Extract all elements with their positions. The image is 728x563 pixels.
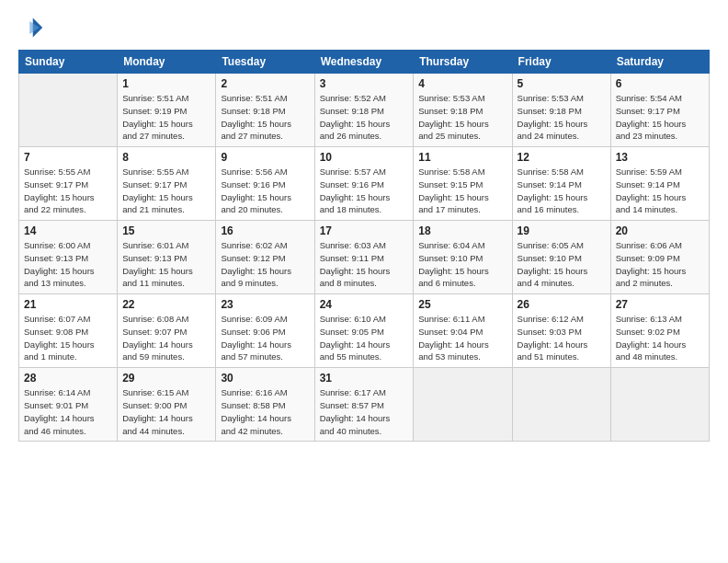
- day-number: 13: [616, 151, 704, 164]
- day-number: 7: [24, 151, 112, 164]
- day-info: Sunrise: 6:16 AM Sunset: 8:58 PM Dayligh…: [221, 386, 309, 437]
- day-info: Sunrise: 6:04 AM Sunset: 9:10 PM Dayligh…: [418, 239, 506, 290]
- calendar-cell: 25Sunrise: 6:11 AM Sunset: 9:04 PM Dayli…: [414, 294, 512, 368]
- calendar-cell: 24Sunrise: 6:10 AM Sunset: 9:05 PM Dayli…: [314, 294, 414, 368]
- calendar-cell: 20Sunrise: 6:06 AM Sunset: 9:09 PM Dayli…: [610, 221, 709, 294]
- day-info: Sunrise: 5:55 AM Sunset: 9:17 PM Dayligh…: [24, 166, 112, 216]
- day-number: 19: [518, 224, 606, 237]
- day-number: 1: [122, 77, 210, 90]
- calendar-cell: 21Sunrise: 6:07 AM Sunset: 9:08 PM Dayli…: [19, 294, 118, 368]
- calendar-cell: 28Sunrise: 6:14 AM Sunset: 9:01 PM Dayli…: [19, 368, 118, 442]
- calendar-cell: 15Sunrise: 6:01 AM Sunset: 9:13 PM Dayli…: [118, 221, 216, 294]
- day-number: 22: [122, 298, 210, 311]
- calendar-cell: 12Sunrise: 5:58 AM Sunset: 9:14 PM Dayli…: [512, 147, 610, 221]
- calendar-cell: 18Sunrise: 6:04 AM Sunset: 9:10 PM Dayli…: [414, 221, 512, 294]
- calendar-body: 1Sunrise: 5:51 AM Sunset: 9:19 PM Daylig…: [19, 74, 710, 442]
- day-number: 15: [122, 224, 210, 237]
- calendar-cell: 29Sunrise: 6:15 AM Sunset: 9:00 PM Dayli…: [118, 368, 216, 442]
- day-info: Sunrise: 5:59 AM Sunset: 9:14 PM Dayligh…: [616, 166, 704, 216]
- calendar-cell: 16Sunrise: 6:02 AM Sunset: 9:12 PM Dayli…: [216, 221, 314, 294]
- day-info: Sunrise: 6:14 AM Sunset: 9:01 PM Dayligh…: [24, 386, 112, 437]
- day-number: 11: [418, 151, 506, 164]
- calendar-cell: [19, 74, 118, 147]
- calendar-week-row: 28Sunrise: 6:14 AM Sunset: 9:01 PM Dayli…: [19, 368, 710, 442]
- day-number: 30: [221, 372, 309, 385]
- calendar-cell: [414, 368, 512, 442]
- calendar-cell: 9Sunrise: 5:56 AM Sunset: 9:16 PM Daylig…: [216, 147, 314, 221]
- day-number: 31: [320, 372, 409, 385]
- calendar-cell: 14Sunrise: 6:00 AM Sunset: 9:13 PM Dayli…: [19, 221, 118, 294]
- day-info: Sunrise: 6:01 AM Sunset: 9:13 PM Dayligh…: [122, 239, 210, 290]
- day-info: Sunrise: 5:58 AM Sunset: 9:14 PM Dayligh…: [518, 166, 606, 216]
- day-info: Sunrise: 5:56 AM Sunset: 9:16 PM Dayligh…: [221, 166, 309, 216]
- day-number: 14: [24, 224, 112, 237]
- day-info: Sunrise: 6:17 AM Sunset: 8:57 PM Dayligh…: [320, 386, 409, 437]
- day-info: Sunrise: 5:53 AM Sunset: 9:18 PM Dayligh…: [518, 92, 606, 143]
- day-info: Sunrise: 5:58 AM Sunset: 9:15 PM Dayligh…: [418, 166, 506, 216]
- day-number: 18: [418, 224, 506, 237]
- header-row: SundayMondayTuesdayWednesdayThursdayFrid…: [19, 51, 710, 74]
- logo: [18, 15, 48, 40]
- calendar-cell: [610, 368, 709, 442]
- day-info: Sunrise: 6:13 AM Sunset: 9:02 PM Dayligh…: [616, 313, 704, 363]
- day-info: Sunrise: 6:10 AM Sunset: 9:05 PM Dayligh…: [320, 313, 409, 363]
- day-number: 2: [221, 77, 309, 90]
- calendar-week-row: 14Sunrise: 6:00 AM Sunset: 9:13 PM Dayli…: [19, 221, 710, 294]
- calendar-week-row: 7Sunrise: 5:55 AM Sunset: 9:17 PM Daylig…: [19, 147, 710, 221]
- day-info: Sunrise: 5:51 AM Sunset: 9:18 PM Dayligh…: [221, 92, 309, 143]
- day-number: 16: [221, 224, 309, 237]
- weekday-header: Tuesday: [216, 51, 314, 74]
- weekday-header: Wednesday: [314, 51, 414, 74]
- day-number: 4: [418, 77, 506, 90]
- calendar-cell: 31Sunrise: 6:17 AM Sunset: 8:57 PM Dayli…: [314, 368, 414, 442]
- weekday-header: Saturday: [610, 51, 709, 74]
- day-number: 29: [122, 372, 210, 385]
- calendar-week-row: 1Sunrise: 5:51 AM Sunset: 9:19 PM Daylig…: [19, 74, 710, 147]
- calendar-cell: 7Sunrise: 5:55 AM Sunset: 9:17 PM Daylig…: [19, 147, 118, 221]
- day-info: Sunrise: 6:07 AM Sunset: 9:08 PM Dayligh…: [24, 313, 112, 363]
- day-number: 23: [221, 298, 309, 311]
- weekday-header: Sunday: [19, 51, 118, 74]
- day-info: Sunrise: 5:53 AM Sunset: 9:18 PM Dayligh…: [418, 92, 506, 143]
- day-number: 17: [320, 224, 409, 237]
- calendar-cell: 8Sunrise: 5:55 AM Sunset: 9:17 PM Daylig…: [118, 147, 216, 221]
- day-info: Sunrise: 6:12 AM Sunset: 9:03 PM Dayligh…: [518, 313, 606, 363]
- calendar-cell: 27Sunrise: 6:13 AM Sunset: 9:02 PM Dayli…: [610, 294, 709, 368]
- calendar-cell: 3Sunrise: 5:52 AM Sunset: 9:18 PM Daylig…: [314, 74, 414, 147]
- day-info: Sunrise: 6:09 AM Sunset: 9:06 PM Dayligh…: [221, 313, 309, 363]
- day-number: 25: [418, 298, 506, 311]
- day-number: 21: [24, 298, 112, 311]
- day-number: 28: [24, 372, 112, 385]
- day-info: Sunrise: 6:00 AM Sunset: 9:13 PM Dayligh…: [24, 239, 112, 290]
- weekday-header: Friday: [512, 51, 610, 74]
- calendar-cell: 1Sunrise: 5:51 AM Sunset: 9:19 PM Daylig…: [118, 74, 216, 147]
- logo-icon: [18, 15, 44, 40]
- day-info: Sunrise: 5:55 AM Sunset: 9:17 PM Dayligh…: [122, 166, 210, 216]
- calendar-cell: 11Sunrise: 5:58 AM Sunset: 9:15 PM Dayli…: [414, 147, 512, 221]
- calendar-cell: 26Sunrise: 6:12 AM Sunset: 9:03 PM Dayli…: [512, 294, 610, 368]
- day-info: Sunrise: 5:57 AM Sunset: 9:16 PM Dayligh…: [320, 166, 409, 216]
- calendar-header: SundayMondayTuesdayWednesdayThursdayFrid…: [19, 51, 710, 74]
- calendar-cell: 6Sunrise: 5:54 AM Sunset: 9:17 PM Daylig…: [610, 74, 709, 147]
- calendar-cell: 19Sunrise: 6:05 AM Sunset: 9:10 PM Dayli…: [512, 221, 610, 294]
- day-info: Sunrise: 6:05 AM Sunset: 9:10 PM Dayligh…: [518, 239, 606, 290]
- calendar-cell: 4Sunrise: 5:53 AM Sunset: 9:18 PM Daylig…: [414, 74, 512, 147]
- calendar-cell: 23Sunrise: 6:09 AM Sunset: 9:06 PM Dayli…: [216, 294, 314, 368]
- calendar-cell: 2Sunrise: 5:51 AM Sunset: 9:18 PM Daylig…: [216, 74, 314, 147]
- day-number: 3: [320, 77, 409, 90]
- day-info: Sunrise: 6:11 AM Sunset: 9:04 PM Dayligh…: [418, 313, 506, 363]
- day-number: 9: [221, 151, 309, 164]
- calendar-week-row: 21Sunrise: 6:07 AM Sunset: 9:08 PM Dayli…: [19, 294, 710, 368]
- calendar-cell: 10Sunrise: 5:57 AM Sunset: 9:16 PM Dayli…: [314, 147, 414, 221]
- day-number: 6: [616, 77, 704, 90]
- day-number: 5: [518, 77, 606, 90]
- calendar-cell: [512, 368, 610, 442]
- day-info: Sunrise: 6:08 AM Sunset: 9:07 PM Dayligh…: [122, 313, 210, 363]
- day-number: 24: [320, 298, 409, 311]
- calendar-cell: 13Sunrise: 5:59 AM Sunset: 9:14 PM Dayli…: [610, 147, 709, 221]
- day-number: 12: [518, 151, 606, 164]
- weekday-header: Thursday: [414, 51, 512, 74]
- day-number: 10: [320, 151, 409, 164]
- calendar-cell: 30Sunrise: 6:16 AM Sunset: 8:58 PM Dayli…: [216, 368, 314, 442]
- day-info: Sunrise: 5:54 AM Sunset: 9:17 PM Dayligh…: [616, 92, 704, 143]
